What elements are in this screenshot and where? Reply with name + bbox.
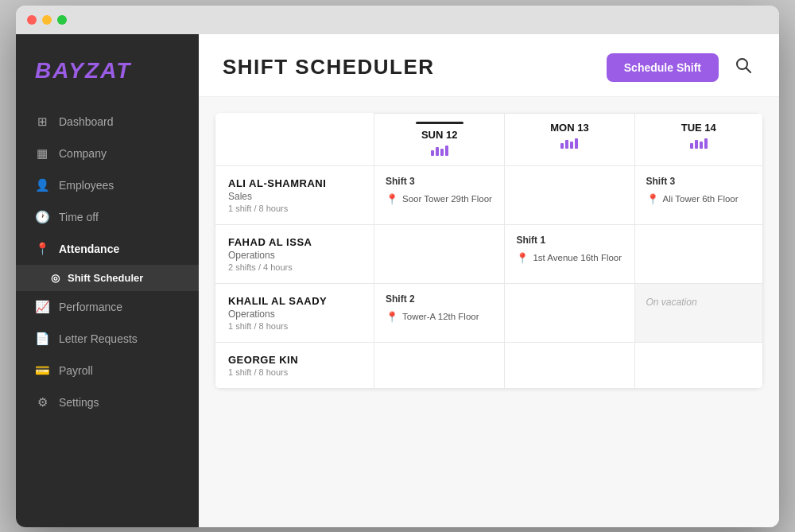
employee-dept: Sales	[228, 191, 361, 202]
shift-label: Shift 3	[386, 176, 493, 187]
chart-icon-mon[interactable]	[560, 137, 579, 152]
employee-cell[interactable]: GEORGE KIN 1 shift / 8 hours	[215, 342, 374, 388]
employees-icon: 👤	[35, 178, 49, 192]
employee-name: KHALIL AL SAADY	[228, 295, 361, 307]
shift-cell-sun-row3[interactable]	[374, 342, 505, 388]
employee-shifts: 1 shift / 8 hours	[228, 367, 361, 377]
shift-cell-tue-row0[interactable]: Shift 3 📍 Ali Tower 6th Floor	[634, 165, 762, 224]
shift-cell-sun-row1[interactable]	[374, 224, 505, 283]
performance-icon: 📈	[35, 300, 49, 314]
schedule-shift-button[interactable]: Schedule Shift	[607, 53, 719, 82]
location-pin-icon: 📍	[646, 193, 659, 205]
location-text: Tower-A 12th Floor	[402, 312, 479, 321]
sidebar-item-employees[interactable]: 👤 Employees	[16, 169, 199, 201]
header: SHIFT SCHEDULER Schedule Shift	[199, 34, 779, 97]
chart-icon-sun[interactable]	[430, 144, 449, 159]
app-window: BAYZAT ⊞ Dashboard ▦ Company 👤 Employees…	[16, 6, 779, 527]
sidebar-item-label: Attendance	[59, 243, 119, 255]
svg-rect-7	[565, 140, 568, 149]
employee-cell[interactable]: ALI AL-SHAMRANI Sales 1 shift / 8 hours	[215, 165, 374, 224]
sidebar-item-dashboard[interactable]: ⊞ Dashboard	[16, 106, 199, 138]
sidebar-item-performance[interactable]: 📈 Performance	[16, 291, 199, 323]
svg-rect-9	[575, 138, 578, 149]
sidebar-item-label: Employees	[59, 179, 114, 192]
col-header-employee	[215, 113, 374, 165]
shift-label: Shift 2	[386, 293, 493, 305]
sidebar-item-label: Performance	[59, 301, 122, 313]
search-icon	[735, 56, 752, 74]
location-pin-icon: 📍	[516, 252, 529, 264]
dashboard-icon: ⊞	[35, 115, 49, 129]
table-row: ALI AL-SHAMRANI Sales 1 shift / 8 hours …	[215, 165, 763, 224]
minimize-dot[interactable]	[42, 15, 52, 25]
day-label-mon: MON 13	[550, 122, 588, 134]
location-text: 1st Avenue 16th Floor	[533, 253, 622, 262]
shift-cell-mon-row0[interactable]	[505, 165, 634, 224]
chart-icon-tue[interactable]	[689, 137, 708, 152]
sidebar-item-letter-requests[interactable]: 📄 Letter Requests	[16, 323, 199, 355]
sidebar-item-timeoff[interactable]: 🕐 Time off	[16, 201, 199, 233]
svg-rect-8	[570, 142, 573, 149]
svg-line-1	[747, 68, 751, 73]
settings-icon: ⚙	[35, 395, 49, 410]
vacation-text: On vacation	[646, 293, 751, 308]
shift-cell-tue-row2[interactable]: On vacation	[634, 283, 762, 342]
shift-location: 📍 Ali Tower 6th Floor	[646, 193, 751, 205]
sidebar-item-attendance[interactable]: 📍 Attendance	[16, 233, 199, 265]
shift-location: 📍 Soor Tower 29th Floor	[386, 193, 493, 205]
table-row: KHALIL AL SAADY Operations 1 shift / 8 h…	[215, 283, 763, 342]
sidebar-item-settings[interactable]: ⚙ Settings	[16, 386, 199, 418]
sidebar-item-company[interactable]: ▦ Company	[16, 138, 199, 169]
employee-shifts: 1 shift / 8 hours	[228, 321, 361, 331]
shift-cell-tue-row3[interactable]	[634, 342, 762, 388]
employee-shifts: 1 shift / 8 hours	[228, 204, 361, 213]
svg-rect-12	[700, 142, 703, 149]
company-icon: ▦	[35, 146, 49, 161]
employee-name: ALI AL-SHAMRANI	[228, 177, 361, 189]
shift-location: 📍 Tower-A 12th Floor	[386, 311, 493, 323]
close-dot[interactable]	[27, 15, 37, 25]
header-actions: Schedule Shift	[607, 53, 755, 82]
svg-rect-3	[436, 147, 439, 156]
svg-rect-4	[440, 149, 444, 156]
shift-scheduler-icon: ◎	[51, 272, 60, 284]
shift-cell-sun-row2[interactable]: Shift 2 📍 Tower-A 12th Floor	[374, 283, 505, 342]
employee-dept: Operations	[228, 250, 361, 261]
table-row: GEORGE KIN 1 shift / 8 hours	[215, 342, 763, 388]
sidebar-item-label: Dashboard	[59, 115, 114, 128]
sidebar-item-label: Letter Requests	[59, 332, 138, 345]
sidebar-item-label: Settings	[59, 396, 99, 409]
logo: BAYZAT	[16, 50, 199, 106]
location-pin-icon: 📍	[386, 311, 398, 323]
employee-cell[interactable]: KHALIL AL SAADY Operations 1 shift / 8 h…	[215, 283, 374, 342]
main-content: SHIFT SCHEDULER Schedule Shift	[199, 34, 779, 527]
sidebar-item-payroll[interactable]: 💳 Payroll	[16, 355, 199, 386]
shift-location: 📍 1st Avenue 16th Floor	[516, 252, 622, 264]
sidebar-item-shift-scheduler[interactable]: ◎ Shift Scheduler	[16, 265, 199, 291]
employee-cell[interactable]: FAHAD AL ISSA Operations 2 shifts / 4 ho…	[215, 224, 374, 283]
col-header-sun: SUN 12	[374, 113, 505, 165]
svg-rect-5	[445, 146, 448, 156]
table-row: FAHAD AL ISSA Operations 2 shifts / 4 ho…	[215, 224, 763, 283]
search-button[interactable]	[731, 53, 755, 81]
timeoff-icon: 🕐	[35, 210, 49, 224]
employee-shifts: 2 shifts / 4 hours	[228, 262, 361, 272]
shift-cell-mon-row3[interactable]	[505, 342, 634, 388]
svg-rect-10	[690, 143, 693, 149]
col-header-mon: MON 13	[505, 113, 634, 165]
maximize-dot[interactable]	[57, 15, 67, 25]
employee-name: FAHAD AL ISSA	[228, 236, 361, 248]
shift-cell-tue-row1[interactable]	[634, 224, 762, 283]
location-text: Soor Tower 29th Floor	[402, 194, 492, 204]
col-header-tue: TUE 14	[634, 113, 762, 165]
svg-rect-6	[560, 143, 564, 149]
shift-cell-mon-row2[interactable]	[505, 283, 634, 342]
page-title: SHIFT SCHEDULER	[223, 55, 435, 80]
shift-cell-mon-row1[interactable]: Shift 1 📍 1st Avenue 16th Floor	[505, 224, 634, 283]
sidebar: BAYZAT ⊞ Dashboard ▦ Company 👤 Employees…	[16, 34, 199, 527]
shift-cell-sun-row0[interactable]: Shift 3 📍 Soor Tower 29th Floor	[374, 165, 505, 224]
sidebar-item-label: Payroll	[59, 364, 93, 377]
svg-rect-2	[431, 150, 434, 156]
schedule-table: SUN 12	[215, 113, 763, 389]
location-text: Ali Tower 6th Floor	[663, 194, 739, 204]
